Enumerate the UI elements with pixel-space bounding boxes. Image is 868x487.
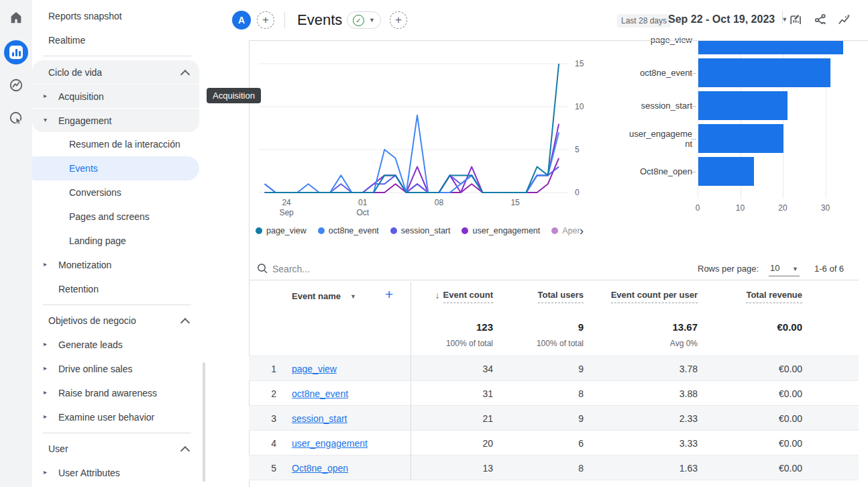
sidebar-item-reports-snapshot[interactable]: Reports snapshot — [32, 4, 199, 28]
explore-icon[interactable] — [9, 78, 23, 93]
event-name-link[interactable]: oct8ne_event — [292, 388, 348, 399]
advertising-icon[interactable] — [9, 111, 23, 125]
cell-value: 9 — [578, 364, 584, 374]
add-report-button[interactable]: + — [390, 11, 407, 29]
divider — [249, 280, 859, 280]
cell-value: 31 — [482, 388, 493, 399]
row-index: 4 — [262, 438, 276, 449]
sidebar-item-realtime[interactable]: Realtime — [32, 28, 199, 52]
column-header-event-name[interactable]: Event name ▼ — [292, 291, 356, 301]
totals-subtitle: 100% of total — [446, 339, 493, 348]
line-series-Aper — [265, 158, 559, 193]
column-header-label: Event count per user — [611, 290, 698, 303]
date-badge: Last 28 days — [617, 14, 671, 28]
table-row: 3session_start2192.33€0.00 — [249, 405, 859, 430]
sidebar-item-generate-leads[interactable]: ▸Generate leads — [32, 333, 199, 357]
rows-per-page-select[interactable]: 10 ▼ — [769, 260, 800, 276]
sidebar-divider — [43, 433, 191, 433]
add-comparison-button[interactable]: + — [257, 11, 274, 29]
tree-arrow-collapsed-icon[interactable]: ▸ — [44, 260, 47, 268]
sidebar-item-examine-user-behavior[interactable]: ▸Examine user behavior — [32, 405, 199, 429]
y-axis-label: 10 — [575, 102, 592, 111]
app-rail — [0, 0, 32, 487]
legend-item-user_engagement: user_engagement — [462, 226, 540, 235]
sidebar-item-events[interactable]: Events — [32, 156, 199, 180]
event-name-link[interactable]: user_engagement — [292, 438, 368, 449]
sidebar-item-label: Retention — [58, 284, 99, 294]
legend-dot — [390, 227, 397, 234]
sidebar-item-label: Conversions — [69, 187, 121, 198]
sidebar-item-user-attributes[interactable]: ▸User Attributes — [32, 461, 199, 485]
sidebar-item-label: Acquisition — [58, 91, 104, 102]
tree-arrow-collapsed-icon[interactable]: ▸ — [44, 413, 47, 420]
legend-prev-button[interactable]: ‹ — [567, 224, 572, 238]
cell-value: €0.00 — [779, 364, 802, 374]
sidebar-item-monetization[interactable]: ▸Monetization — [32, 253, 199, 277]
legend-next-button[interactable]: › — [580, 224, 584, 238]
sidebar-item-resumen-de-la-interacci-n[interactable]: Resumen de la interacción — [32, 132, 199, 156]
tree-arrow-collapsed-icon[interactable]: ▸ — [44, 468, 47, 476]
legend-label: session_start — [401, 226, 451, 235]
table-column-divider — [411, 282, 411, 480]
cell-value: 21 — [482, 413, 493, 424]
tree-arrow-collapsed-icon[interactable]: ▸ — [44, 92, 47, 99]
tree-arrow-collapsed-icon[interactable]: ▸ — [44, 388, 47, 396]
row-index: 1 — [262, 364, 276, 374]
legend-dot — [256, 227, 262, 234]
bar-label-user_engagement: user_engagement — [629, 129, 692, 149]
avatar[interactable]: A — [232, 11, 251, 30]
sidebar-item-ciclo-de-vida[interactable]: Ciclo de vida — [32, 60, 199, 84]
sidebar-item-label: User Attributes — [58, 468, 120, 478]
tree-arrow-collapsed-icon[interactable]: ▸ — [44, 364, 47, 372]
event-name-link[interactable]: Oct8ne_open — [292, 463, 348, 474]
column-header-total-revenue[interactable]: Total revenue — [746, 290, 802, 303]
tree-arrow-expanded-icon[interactable]: ▾ — [44, 116, 47, 123]
header-divider — [284, 12, 285, 28]
totals-value: €0.00 — [777, 321, 802, 333]
table-row: 5Oct8ne_open1381.63€0.00 — [249, 455, 859, 480]
tooltip: Acquisition — [207, 88, 261, 103]
report-nav-sidebar: Reports snapshotRealtimeCiclo de vida▸Ac… — [32, 0, 209, 487]
search-input[interactable] — [271, 261, 448, 277]
cell-value: 20 — [482, 438, 493, 449]
sidebar-item-raise-brand-awareness[interactable]: ▸Raise brand awareness — [32, 381, 199, 405]
sidebar-item-label: Generate leads — [58, 339, 123, 350]
column-header-event-count-per-user[interactable]: Event count per user — [611, 290, 698, 303]
sidebar-item-retention[interactable]: Retention — [32, 277, 199, 301]
cell-value: 2.33 — [680, 413, 698, 424]
event-name-header-label: Event name — [292, 291, 341, 301]
sidebar-scrollbar[interactable] — [203, 362, 205, 482]
sidebar-item-user[interactable]: User — [32, 437, 199, 461]
sidebar-item-label: Objetivos de negocio — [48, 315, 136, 326]
column-header-event-count[interactable]: ↓Event count — [435, 290, 493, 303]
chevron-down-icon: ▼ — [369, 17, 375, 23]
column-header-label: Total revenue — [746, 290, 802, 303]
x-axis-label: 15 — [500, 198, 530, 208]
sidebar-item-acquisition[interactable]: ▸Acquisition — [32, 84, 199, 108]
chevron-down-icon: ▼ — [350, 293, 356, 300]
legend-dot — [551, 227, 558, 234]
tree-arrow-collapsed-icon[interactable]: ▸ — [44, 340, 47, 347]
sidebar-item-landing-page[interactable]: Landing page — [32, 229, 199, 253]
event-name-link[interactable]: page_view — [292, 364, 337, 374]
sidebar-item-drive-online-sales[interactable]: ▸Drive online sales — [32, 357, 199, 381]
column-header-total-users[interactable]: Total users — [538, 290, 584, 303]
event-name-link[interactable]: session_start — [292, 413, 347, 424]
sort-descending-icon: ↓ — [435, 290, 440, 301]
sidebar-item-objetivos-de-negocio[interactable]: Objetivos de negocio — [32, 309, 199, 333]
search-icon — [256, 262, 268, 274]
table-row: 1page_view3493.78€0.00 — [249, 356, 859, 380]
sidebar-item-conversions[interactable]: Conversions — [32, 180, 199, 205]
cell-value: 6 — [578, 438, 584, 449]
reports-icon[interactable] — [4, 40, 28, 64]
legend-label: page_view — [266, 226, 307, 235]
sidebar-item-label: Monetization — [58, 260, 111, 270]
sidebar-item-pages-and-screens[interactable]: Pages and screens — [32, 205, 199, 229]
sidebar-item-engagement[interactable]: ▾Engagement — [32, 108, 199, 132]
reports-icon-glyph — [9, 46, 23, 59]
add-dimension-button[interactable]: + — [385, 286, 393, 303]
report-status-pill[interactable]: ✓ ▼ — [347, 11, 381, 29]
totals-subtitle: Avg 0% — [670, 339, 698, 348]
totals-subtitle: 100% of total — [537, 339, 584, 348]
home-icon[interactable] — [9, 10, 23, 25]
